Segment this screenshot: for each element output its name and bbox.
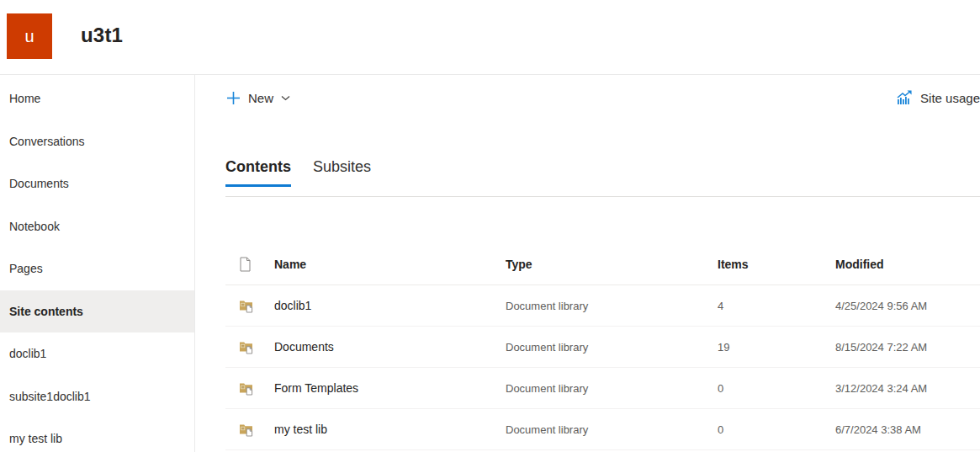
row-type: Document library	[506, 423, 718, 436]
tab-contents[interactable]: Contents	[225, 158, 291, 187]
sidebar-item-my-test-lib[interactable]: my test lib	[0, 417, 194, 452]
document-library-icon	[225, 299, 274, 313]
table-row[interactable]: Form Templates Document library 0 3/12/2…	[225, 368, 980, 409]
page-title: u3t1	[81, 24, 123, 47]
row-modified: 3/12/2024 3:24 AM	[835, 382, 980, 395]
command-bar: New	[226, 84, 980, 111]
site-logo[interactable]: u	[7, 13, 52, 59]
table-header-row: Name Type Items Modified	[225, 244, 980, 285]
main-content: New	[196, 75, 980, 452]
sidebar-item-conversations[interactable]: Conversations	[0, 120, 194, 163]
sidebar: Home Conversations Documents Notebook Pa…	[0, 75, 195, 452]
row-modified: 8/15/2024 7:22 AM	[835, 341, 980, 354]
table-row[interactable]: my test lib Document library 0 6/7/2024 …	[225, 409, 980, 450]
column-header-type[interactable]: Type	[506, 258, 718, 271]
row-name[interactable]: doclib1	[274, 299, 506, 312]
sidebar-item-notebook[interactable]: Notebook	[0, 205, 194, 248]
row-type: Document library	[506, 341, 718, 354]
column-header-modified[interactable]: Modified	[835, 258, 980, 271]
site-usage-button[interactable]: Site usage	[896, 84, 980, 111]
row-modified: 4/25/2024 9:56 AM	[835, 300, 980, 312]
sidebar-item-pages[interactable]: Pages	[0, 247, 194, 290]
row-items: 19	[718, 341, 835, 354]
tab-subsites[interactable]: Subsites	[313, 158, 371, 187]
site-logo-initial: u	[24, 27, 34, 46]
table-row[interactable]: doclib1 Document library 4 4/25/2024 9:5…	[225, 285, 980, 327]
document-library-icon	[225, 381, 274, 396]
bar-chart-trend-icon	[896, 89, 914, 106]
chevron-down-icon	[281, 95, 290, 101]
row-name[interactable]: my test lib	[274, 423, 506, 436]
sidebar-item-home[interactable]: Home	[0, 77, 194, 120]
sidebar-item-doclib1[interactable]: doclib1	[0, 332, 194, 375]
row-modified: 6/7/2024 3:38 AM	[835, 423, 980, 436]
row-name[interactable]: Documents	[274, 340, 506, 354]
site-usage-label: Site usage	[920, 91, 980, 105]
row-items: 0	[718, 423, 835, 436]
new-button[interactable]: New	[226, 84, 290, 111]
row-items: 4	[718, 300, 835, 312]
column-header-name[interactable]: Name	[274, 258, 506, 271]
row-items: 0	[718, 382, 835, 395]
document-library-icon	[225, 340, 274, 354]
document-icon	[225, 257, 274, 272]
contents-table: Name Type Items Modified doclib1 Documen…	[225, 244, 980, 450]
sidebar-item-documents[interactable]: Documents	[0, 162, 194, 205]
row-type: Document library	[506, 300, 718, 312]
table-row[interactable]: Documents Document library 19 8/15/2024 …	[225, 327, 980, 368]
sidebar-item-subsite1doclib1[interactable]: subsite1doclib1	[0, 375, 194, 418]
top-header: u u3t1	[0, 0, 980, 75]
new-button-label: New	[248, 91, 273, 105]
tab-divider	[225, 196, 980, 197]
document-library-icon	[225, 423, 274, 437]
row-type: Document library	[506, 382, 718, 395]
row-name[interactable]: Form Templates	[274, 381, 506, 395]
tab-bar: Contents Subsites	[225, 158, 371, 187]
column-header-items[interactable]: Items	[718, 258, 835, 271]
plus-icon	[226, 91, 241, 105]
sidebar-item-site-contents[interactable]: Site contents	[0, 290, 194, 333]
